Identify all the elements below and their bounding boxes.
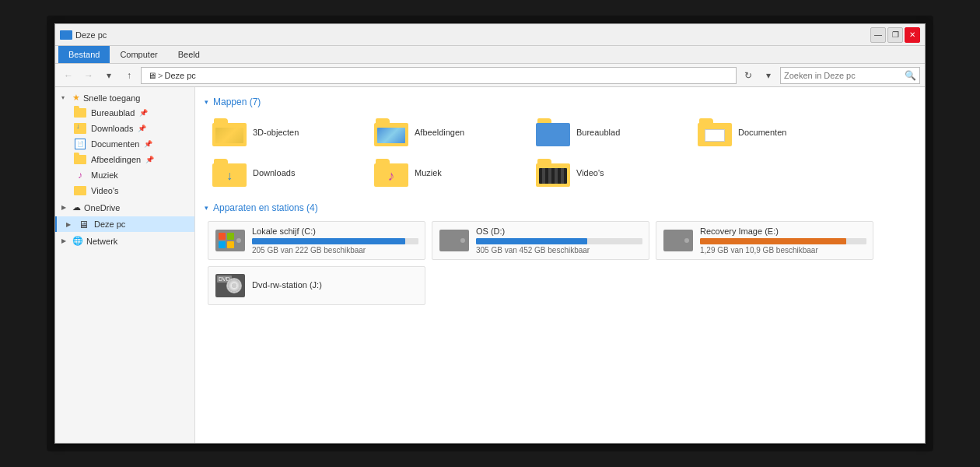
drive-size-e: 1,29 GB van 10,9 GB beschikbaar xyxy=(700,246,866,255)
drive-info-c: Lokale schijf (C:) 205 GB van 222 GB bes… xyxy=(252,226,418,255)
folder-name-afbeeldingen: Afbeeldingen xyxy=(415,128,464,137)
drive-item-j[interactable]: DVD Dvd-rw-station (J:) xyxy=(208,266,425,305)
drive-size-d: 305 GB van 452 GB beschikbaar xyxy=(476,246,642,255)
folder-item-afbeeldingen[interactable]: Afbeeldingen xyxy=(369,115,525,149)
title-folder-icon xyxy=(60,30,72,40)
quick-access-header[interactable]: ▾ ★ Snelle toegang xyxy=(55,90,194,105)
sidebar-item-videos[interactable]: Video's xyxy=(55,183,194,198)
drive-item-d[interactable]: OS (D:) 305 GB van 452 GB beschikbaar xyxy=(432,221,649,260)
drive-name-c: Lokale schijf (C:) xyxy=(252,226,418,236)
drives-section-header[interactable]: ▾ Apparaten en stations (4) xyxy=(205,202,915,213)
folder-icon-bureaublad xyxy=(536,118,570,146)
ribbon-tabs: Bestand Computer Beeld xyxy=(55,46,925,63)
folder-item-downloads[interactable]: ↓ Downloads xyxy=(208,156,363,190)
pin-icon-documenten: 📌 xyxy=(144,140,152,148)
star-icon: ★ xyxy=(72,93,80,103)
tab-computer[interactable]: Computer xyxy=(110,46,167,63)
downloads-folder-icon xyxy=(74,123,86,134)
address-bar: ← → ▾ ↑ 🖥 > Deze pc ↻ ▾ 🔍 xyxy=(55,64,925,87)
search-box[interactable]: 🔍 xyxy=(780,67,920,84)
address-input[interactable]: 🖥 > Deze pc xyxy=(141,67,737,84)
folder-item-muziek[interactable]: ♪ Muziek xyxy=(369,156,525,190)
folder-icon-downloads: ↓ xyxy=(212,159,247,187)
quick-access-label: Snelle toegang xyxy=(83,93,140,103)
drive-name-j: Dvd-rw-station (J:) xyxy=(252,280,418,290)
sidebar-item-label: Documenten xyxy=(91,139,139,149)
drive-bar-container-c xyxy=(252,238,418,244)
title-text: Deze pc xyxy=(75,30,107,40)
recent-locations-button[interactable]: ▾ xyxy=(100,67,117,84)
refresh-button[interactable]: ↻ xyxy=(740,67,757,84)
netwerk-label: Netwerk xyxy=(86,237,117,246)
tab-bestand[interactable]: Bestand xyxy=(58,46,110,63)
forward-button[interactable]: → xyxy=(80,67,97,84)
drives-header-label: Apparaten en stations (4) xyxy=(213,202,318,213)
sidebar-item-downloads[interactable]: Downloads 📌 xyxy=(55,121,194,136)
drive-icon-e xyxy=(663,226,694,255)
sidebar-item-documenten[interactable]: 📄 Documenten 📌 xyxy=(55,136,194,152)
drive-size-c: 205 GB van 222 GB beschikbaar xyxy=(252,246,418,255)
folders-grid: 3D-objecten Afbeeldingen xyxy=(205,115,915,190)
title-bar: Deze pc — ❐ ✕ xyxy=(55,24,925,46)
ribbon: Bestand Computer Beeld xyxy=(55,46,925,64)
drive-item-e[interactable]: Recovery Image (E:) 1,29 GB van 10,9 GB … xyxy=(656,221,873,260)
drive-info-e: Recovery Image (E:) 1,29 GB van 10,9 GB … xyxy=(700,226,866,255)
search-icon: 🔍 xyxy=(905,70,916,81)
close-button[interactable]: ✕ xyxy=(905,27,920,43)
folder-icon-3dobjecten xyxy=(212,118,247,146)
folder-item-bureaublad[interactable]: Bureaublad xyxy=(531,115,687,149)
netwerk-expand: ▶ xyxy=(61,237,69,244)
deze-pc-icon: 🖥 xyxy=(77,219,89,230)
sidebar-item-muziek[interactable]: ♪ Muziek xyxy=(55,167,194,183)
folders-header-label: Mappen (7) xyxy=(213,97,261,107)
breadcrumb-path: Deze pc xyxy=(164,71,195,80)
monitor-bezel: Deze pc — ❐ ✕ Bestand Computer Beeld ← →… xyxy=(47,16,933,451)
title-bar-left: Deze pc xyxy=(60,30,867,40)
dropdown-button[interactable]: ▾ xyxy=(760,67,777,84)
deze-pc-label: Deze pc xyxy=(94,219,125,229)
drive-info-d: OS (D:) 305 GB van 452 GB beschikbaar xyxy=(476,226,642,255)
folder-item-documenten[interactable]: Documenten xyxy=(693,115,849,149)
pin-icon-bureaublad: 📌 xyxy=(139,109,148,117)
quick-access-section: ▾ ★ Snelle toegang Bureaublad 📌 xyxy=(55,90,194,198)
quick-access-chevron: ▾ xyxy=(61,94,69,101)
drive-name-d: OS (D:) xyxy=(476,226,642,236)
cloud-icon: ☁ xyxy=(72,202,81,212)
folder-name-muziek: Muziek xyxy=(415,168,442,177)
afbeeldingen-icon xyxy=(74,154,86,165)
drive-bar-container-d xyxy=(476,238,642,244)
folder-name-bureaublad: Bureaublad xyxy=(576,128,620,137)
netwerk-header[interactable]: ▶ 🌐 Netwerk xyxy=(55,234,194,248)
up-button[interactable]: ↑ xyxy=(121,67,138,84)
pc-icon-small: 🖥 xyxy=(148,71,156,80)
sidebar-item-label: Downloads xyxy=(91,124,133,133)
folder-item-videos[interactable]: Video's xyxy=(531,156,687,190)
drive-name-e: Recovery Image (E:) xyxy=(700,226,866,236)
folder-icon-documenten xyxy=(698,118,732,146)
folder-item-3dobjecten[interactable]: 3D-objecten xyxy=(208,115,363,149)
maximize-button[interactable]: ❐ xyxy=(887,27,903,43)
sidebar-item-bureaublad[interactable]: Bureaublad 📌 xyxy=(55,105,194,121)
search-input[interactable] xyxy=(784,71,901,80)
net-icon: 🌐 xyxy=(72,236,83,246)
breadcrumb-sep: > xyxy=(158,71,163,80)
drives-chevron: ▾ xyxy=(205,204,208,212)
drives-grid: Lokale schijf (C:) 205 GB van 222 GB bes… xyxy=(205,221,915,305)
folder-icon-videos xyxy=(536,159,570,187)
tab-beeld[interactable]: Beeld xyxy=(168,46,210,63)
sidebar-item-label: Bureaublad xyxy=(91,108,135,118)
drive-item-c[interactable]: Lokale schijf (C:) 205 GB van 222 GB bes… xyxy=(208,221,425,260)
folders-section-header[interactable]: ▾ Mappen (7) xyxy=(205,97,915,107)
netwerk-section: ▶ 🌐 Netwerk xyxy=(55,234,194,248)
documenten-icon: 📄 xyxy=(74,139,86,149)
sidebar-item-deze-pc[interactable]: ▶ 🖥 Deze pc xyxy=(55,216,194,232)
dvd-disc-icon xyxy=(226,278,242,293)
onedrive-label: OneDrive xyxy=(84,203,120,212)
onedrive-section: ▶ ☁ OneDrive xyxy=(55,200,194,215)
pin-icon-afbeeldingen: 📌 xyxy=(145,156,154,163)
onedrive-header[interactable]: ▶ ☁ OneDrive xyxy=(55,200,194,215)
minimize-button[interactable]: — xyxy=(870,27,886,43)
drive-bar-c xyxy=(252,238,405,244)
back-button[interactable]: ← xyxy=(60,67,77,84)
sidebar-item-afbeeldingen[interactable]: Afbeeldingen 📌 xyxy=(55,152,194,167)
